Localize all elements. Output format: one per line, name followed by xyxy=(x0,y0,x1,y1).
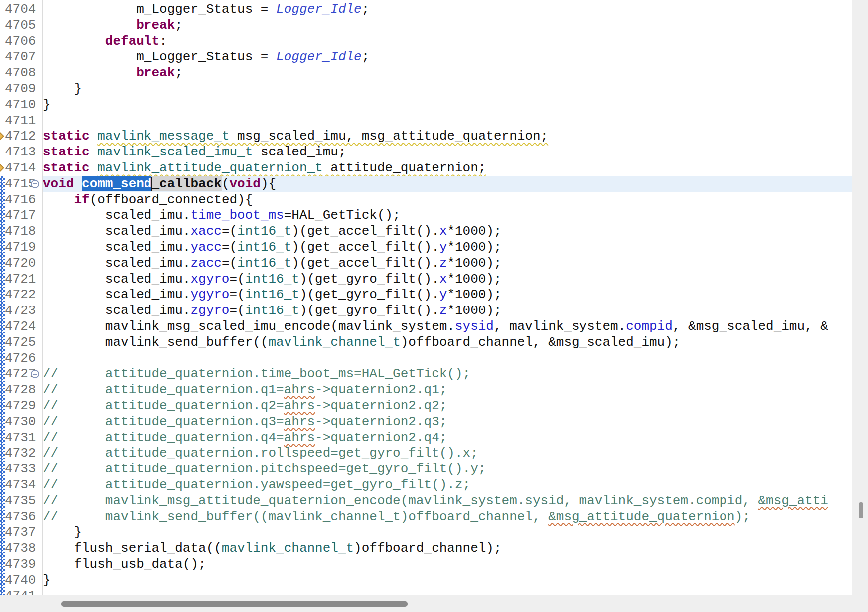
code-line[interactable]: scaled_imu.zgyro=(int16_t)(get_gyro_filt… xyxy=(43,303,852,319)
code-token: =( xyxy=(229,287,245,302)
code-token: // attitude_quaternion.q3= xyxy=(43,414,284,429)
code-token: // mavlink_send_buffer((mavlink_channel_… xyxy=(43,509,548,524)
code-line[interactable]: } xyxy=(43,573,852,589)
code-token: static xyxy=(43,160,90,175)
gutter-row: 4721 xyxy=(0,272,42,288)
line-number: 4718 xyxy=(5,224,36,240)
code-token: time_boot_ms xyxy=(190,208,284,223)
code-line[interactable]: // attitude_quaternion.q3=ahrs->quaterni… xyxy=(43,414,852,430)
gutter-row: 4722 xyxy=(0,287,42,303)
code-token: flush_serial_data(( xyxy=(43,541,222,556)
vertical-scrollbar-thumb[interactable] xyxy=(859,502,863,518)
gutter-row: 4726 xyxy=(0,351,42,367)
gutter-row: 4741 xyxy=(0,588,42,595)
line-number: 4740 xyxy=(5,573,36,589)
code-token: default xyxy=(105,34,159,49)
code-token: void xyxy=(43,176,74,191)
fold-collapse-icon[interactable] xyxy=(31,180,39,188)
code-line[interactable]: scaled_imu.xacc=(int16_t)(get_accel_filt… xyxy=(43,224,852,240)
code-line[interactable]: // attitude_quaternion.yawspeed=get_gyro… xyxy=(43,477,852,493)
code-line[interactable]: } xyxy=(43,97,852,113)
gutter-row: 4711 xyxy=(0,113,42,129)
code-line[interactable]: } xyxy=(43,525,852,541)
code-line[interactable]: m_Logger_Status = Logger_Idle; xyxy=(43,2,852,18)
code-line[interactable]: break; xyxy=(43,65,852,81)
code-token xyxy=(43,192,74,207)
code-line[interactable]: } xyxy=(43,81,852,97)
code-line[interactable]: scaled_imu.time_boot_ms=HAL_GetTick(); xyxy=(43,208,852,224)
code-token: int16_t xyxy=(245,303,299,318)
code-line[interactable]: m_Logger_Status = Logger_Idle; xyxy=(43,49,852,65)
code-token: ; xyxy=(362,2,370,17)
line-number: 4736 xyxy=(5,509,36,525)
warning-icon xyxy=(0,131,4,141)
line-number: 4710 xyxy=(5,97,36,113)
fold-collapse-icon[interactable] xyxy=(31,370,39,378)
gutter-row: 4735 xyxy=(0,493,42,509)
code-line[interactable]: scaled_imu.ygyro=(int16_t)(get_gyro_filt… xyxy=(43,287,852,303)
code-line[interactable]: static mavlink_attitude_quaternion_t att… xyxy=(43,160,852,176)
code-line[interactable]: scaled_imu.yacc=(int16_t)(get_accel_filt… xyxy=(43,240,852,256)
gutter-row: 4732 xyxy=(0,446,42,461)
code-line[interactable]: // attitude_quaternion.time_boot_ms=HAL_… xyxy=(43,366,852,382)
code-line[interactable]: mavlink_msg_scaled_imu_encode(mavlink_sy… xyxy=(43,319,852,335)
horizontal-scrollbar-thumb[interactable] xyxy=(61,601,408,607)
code-token: scaled_imu. xyxy=(43,303,190,318)
code-line[interactable]: static mavlink_scaled_imu_t scaled_imu; xyxy=(43,145,852,160)
code-line[interactable]: scaled_imu.zacc=(int16_t)(get_accel_filt… xyxy=(43,256,852,272)
code-line[interactable]: // mavlink_msg_attitude_quaternion_encod… xyxy=(43,493,852,509)
code-token: zacc xyxy=(190,256,221,271)
gutter-row: 4710 xyxy=(0,97,42,113)
code-line[interactable]: // attitude_quaternion.rollspeed=get_gyr… xyxy=(43,446,852,461)
code-area[interactable]: m_Logger_Status = Logger_Idle; break; de… xyxy=(43,0,852,595)
code-token: x xyxy=(439,272,447,287)
code-token: mavlink_send_buffer(( xyxy=(43,335,268,350)
code-token: )(get_gyro_filt(). xyxy=(299,272,439,287)
line-number: 4741 xyxy=(5,588,36,595)
code-token: attitude_quaternion; xyxy=(323,160,486,175)
line-number: 4732 xyxy=(5,446,36,461)
code-line[interactable]: // attitude_quaternion.pitchspeed=get_gy… xyxy=(43,461,852,477)
code-line[interactable]: break; xyxy=(43,18,852,34)
code-token: y xyxy=(439,240,447,255)
code-token: mavlink_channel_t xyxy=(268,335,400,350)
code-token: ->quaternion2.q4; xyxy=(315,430,447,445)
code-line[interactable]: // mavlink_send_buffer((mavlink_channel_… xyxy=(43,509,852,525)
line-number: 4706 xyxy=(5,34,36,50)
line-number: 4704 xyxy=(5,2,36,18)
code-line[interactable]: static mavlink_message_t msg_scaled_imu,… xyxy=(43,129,852,145)
code-line[interactable]: mavlink_send_buffer((mavlink_channel_t)o… xyxy=(43,335,852,351)
gutter-row: 4727 xyxy=(0,366,42,382)
code-token: ->quaternion2.q3; xyxy=(315,414,447,429)
code-token: yacc xyxy=(190,240,221,255)
code-line[interactable]: void comm_send_callback(void){ xyxy=(43,176,852,192)
line-number: 4735 xyxy=(5,493,36,509)
vertical-scrollbar[interactable] xyxy=(852,0,868,612)
code-line[interactable] xyxy=(43,113,852,129)
code-token: scaled_imu. xyxy=(43,256,190,271)
gutter-row: 4720 xyxy=(0,256,42,272)
code-token: )offboard_channel, &msg_scaled_imu); xyxy=(401,335,681,350)
code-line[interactable]: flush_serial_data((mavlink_channel_t)off… xyxy=(43,541,852,557)
code-line[interactable]: // attitude_quaternion.q2=ahrs->quaterni… xyxy=(43,398,852,414)
gutter-row: 4729 xyxy=(0,398,42,414)
code-line[interactable]: default: xyxy=(43,34,852,50)
code-line[interactable]: // attitude_quaternion.q1=ahrs->quaterni… xyxy=(43,382,852,398)
code-line[interactable]: scaled_imu.xgyro=(int16_t)(get_gyro_filt… xyxy=(43,272,852,288)
code-token: } xyxy=(43,573,51,588)
gutter-row: 4740 xyxy=(0,573,42,589)
line-number: 4737 xyxy=(5,525,36,541)
code-line[interactable]: if(offboard_connected){ xyxy=(43,192,852,208)
code-token: mavlink_scaled_imu_t xyxy=(97,145,253,159)
code-line[interactable]: // attitude_quaternion.q4=ahrs->quaterni… xyxy=(43,430,852,446)
code-line[interactable] xyxy=(43,588,852,595)
horizontal-scrollbar[interactable] xyxy=(0,595,868,612)
code-line[interactable] xyxy=(43,351,852,367)
code-token: scaled_imu. xyxy=(43,272,190,287)
gutter-row: 4716 xyxy=(0,192,42,208)
code-token: int16_t xyxy=(237,240,291,255)
code-token: m_Logger_Status = xyxy=(43,2,276,17)
gutter-row: 4709 xyxy=(0,81,42,97)
gutter-row: 4730 xyxy=(0,414,42,430)
code-line[interactable]: flush_usb_data(); xyxy=(43,557,852,573)
